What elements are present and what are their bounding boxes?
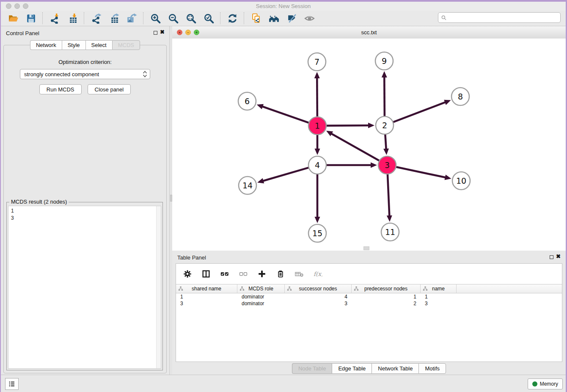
search-box[interactable] [438,12,561,23]
zoom-fit-button[interactable] [184,12,198,25]
export-image-button[interactable] [124,12,139,25]
table-close-icon[interactable]: ✖ [556,253,561,259]
export-network-button[interactable] [89,12,103,25]
edge-3-10[interactable] [396,167,447,177]
tab-network[interactable]: Network [30,40,62,50]
edge-1-6[interactable] [261,106,309,123]
canvas-resize-grip[interactable] [363,246,369,250]
import-network-icon [50,13,60,24]
cell[interactable]: 3 [176,301,237,306]
tab-network-table[interactable]: Network Table [372,363,418,374]
tab-node-table[interactable]: Node Table [292,363,332,374]
close-panel-button[interactable]: Close panel [88,84,131,94]
columns-button[interactable] [201,269,211,279]
run-mcds-button[interactable]: Run MCDS [39,84,82,94]
refresh-layout-button[interactable] [225,12,239,25]
delete-column-button[interactable] [276,269,285,279]
cell[interactable]: 1 [176,294,237,300]
tab-style[interactable]: Style [62,40,85,50]
attribute-icon [239,286,245,291]
edge-2-9[interactable] [384,76,385,116]
edge-1-7[interactable] [317,77,317,117]
arrowhead-2-3 [383,149,389,155]
export-network-icon [91,13,102,24]
cell[interactable]: dominator [237,301,285,306]
column-header-MCDS-role[interactable]: MCDS role [237,284,285,293]
tab-select[interactable]: Select [85,40,112,50]
cell[interactable]: 3 [421,301,457,306]
hide-labels-button[interactable] [284,12,299,25]
column-header-shared-name[interactable]: shared name [176,284,237,293]
table-row[interactable]: 1dominator411 [176,293,562,300]
edge-3-11[interactable] [388,174,390,217]
gear-button[interactable] [183,269,192,279]
zoom-out-button[interactable] [166,12,180,25]
cell[interactable]: 1 [421,294,457,300]
table-row[interactable]: 3dominator323 [176,300,562,307]
table-panel: Table Panel ✖ f(x) shared nameMCDS roles… [172,251,566,375]
arrowhead-2-9 [382,71,387,77]
show-graphics-details-button[interactable] [302,12,317,25]
import-network-button[interactable] [47,12,62,25]
home-button[interactable] [267,12,281,25]
zoom-selected-button[interactable] [201,12,216,25]
node-label-1: 1 [315,121,320,130]
attribute-icon [423,286,428,291]
table-float-icon[interactable] [550,255,553,259]
close-panel-icon[interactable]: ✖ [160,29,165,35]
cell[interactable]: dominator [237,294,285,300]
import-table-button[interactable] [65,12,80,25]
optimization-criterion-select[interactable]: strongly connected component [20,69,150,79]
node-label-8: 8 [458,92,463,101]
arrowhead-1-4 [315,149,320,155]
edge-1-2[interactable] [326,125,370,126]
mcds-result-title: MCDS result (2 nodes) [9,199,69,205]
search-input[interactable] [447,13,560,22]
duplicate-network-button[interactable] [249,12,263,25]
tab-edge-table[interactable]: Edge Table [332,363,372,374]
application-window: Session: New Session Control Panel ✖ Net… [0,0,567,392]
export-table-button[interactable] [107,12,121,25]
column-header-predecessor-nodes[interactable]: predecessor nodes [352,284,421,293]
network-graph[interactable]: 7968124314101511 [172,39,566,251]
network-canvas[interactable]: 7968124314101511 [172,39,566,251]
result-scrollbar[interactable] [156,206,161,368]
cell[interactable]: 3 [285,301,352,306]
save-session-button[interactable] [24,12,38,25]
cell[interactable]: 2 [352,301,421,306]
function-builder-button[interactable]: f(x) [313,269,322,279]
column-header-name[interactable]: name [421,284,457,293]
select-all-checked-button[interactable] [220,269,229,279]
deselect-all-button[interactable] [239,269,248,279]
tab-mcds[interactable]: MCDS [112,40,140,50]
edge-2-8[interactable] [393,102,447,122]
attribute-icon [178,286,183,291]
node-label-14: 14 [242,181,253,190]
task-history-button[interactable] [5,378,19,390]
tab-motifs[interactable]: Motifs [418,363,446,374]
mcds-result-lines: 13 [8,206,161,222]
column-label: successor nodes [299,286,337,292]
node-label-3: 3 [385,160,390,170]
edge-4-14[interactable] [262,168,309,181]
node-label-15: 15 [312,229,322,238]
control-panel-title: Control Panel [6,30,39,36]
memory-status-icon [532,381,537,386]
arrowhead-1-7 [314,72,320,78]
network-window-titlebar: × − + scc.txt [172,26,566,39]
column-header-successor-nodes[interactable]: successor nodes [285,284,352,293]
cell[interactable]: 4 [285,294,352,300]
float-panel-icon[interactable] [154,31,157,35]
node-label-4: 4 [315,160,320,170]
open-session-button[interactable] [6,12,20,25]
delete-table-button[interactable] [295,269,304,279]
hide-labels-icon [286,13,297,24]
mcds-result-textarea[interactable]: 13 [8,206,161,369]
add-column-button[interactable] [257,269,267,279]
svg-text:f(x): f(x) [314,271,322,277]
edge-2-3[interactable] [385,134,386,150]
zoom-in-button[interactable] [148,12,162,25]
memory-button[interactable]: Memory [528,378,563,389]
cell[interactable]: 1 [352,294,421,300]
edge-3-1[interactable] [330,133,379,161]
